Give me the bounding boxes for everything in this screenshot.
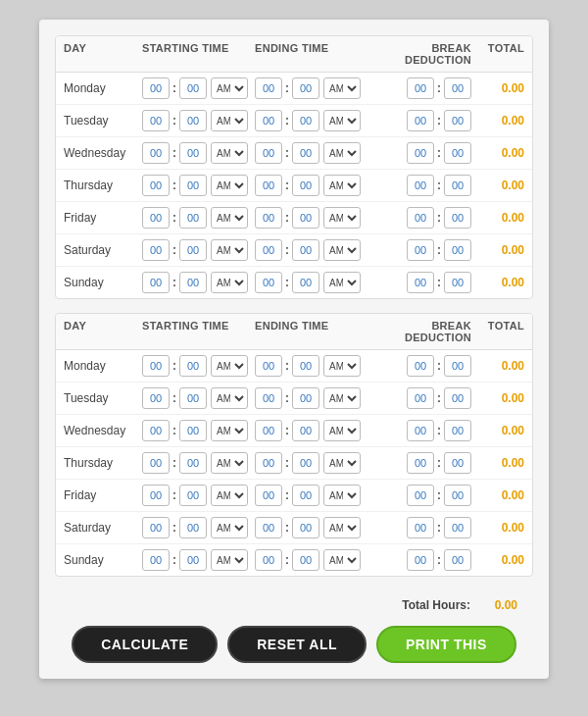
- end-min-input[interactable]: [292, 452, 319, 474]
- end-hour-input[interactable]: [255, 355, 282, 377]
- end-ampm-select[interactable]: AMPM: [323, 452, 361, 474]
- end-hour-input[interactable]: [255, 175, 282, 196]
- end-hour-input[interactable]: [255, 549, 282, 571]
- start-ampm-select[interactable]: AMPM: [211, 517, 248, 538]
- end-hour-input[interactable]: [255, 485, 282, 506]
- start-ampm-select[interactable]: AMPM: [211, 207, 248, 229]
- end-min-input[interactable]: [292, 110, 319, 131]
- end-min-input[interactable]: [292, 485, 319, 506]
- break-min-input[interactable]: [444, 110, 471, 131]
- end-ampm-select[interactable]: AMPM: [323, 272, 361, 293]
- end-ampm-select[interactable]: AMPM: [323, 175, 361, 196]
- start-ampm-select[interactable]: AMPM: [211, 420, 248, 441]
- end-min-input[interactable]: [292, 142, 319, 164]
- start-hour-input[interactable]: [142, 110, 170, 131]
- end-ampm-select[interactable]: AMPM: [323, 77, 361, 99]
- end-ampm-select[interactable]: AMPM: [323, 549, 361, 571]
- start-ampm-select[interactable]: AMPM: [211, 110, 248, 131]
- break-hour-input[interactable]: [407, 452, 434, 474]
- end-ampm-select[interactable]: AMPM: [323, 387, 361, 409]
- start-min-input[interactable]: [179, 207, 207, 229]
- start-ampm-select[interactable]: AMPM: [211, 77, 248, 99]
- print-button[interactable]: PRINT THIS: [376, 626, 516, 663]
- end-hour-input[interactable]: [255, 420, 282, 441]
- start-min-input[interactable]: [179, 272, 207, 293]
- start-hour-input[interactable]: [142, 355, 170, 377]
- start-hour-input[interactable]: [142, 272, 170, 293]
- end-ampm-select[interactable]: AMPM: [323, 110, 361, 131]
- break-min-input[interactable]: [444, 207, 471, 229]
- end-min-input[interactable]: [292, 77, 319, 99]
- start-hour-input[interactable]: [142, 142, 170, 164]
- start-min-input[interactable]: [179, 549, 207, 571]
- calculate-button[interactable]: CALCULATE: [72, 626, 218, 663]
- end-min-input[interactable]: [292, 175, 319, 196]
- break-hour-input[interactable]: [407, 207, 434, 229]
- start-hour-input[interactable]: [142, 549, 170, 571]
- start-min-input[interactable]: [179, 517, 207, 538]
- start-ampm-select[interactable]: AMPM: [211, 272, 248, 293]
- start-ampm-select[interactable]: AMPM: [211, 355, 248, 377]
- break-min-input[interactable]: [444, 175, 471, 196]
- end-ampm-select[interactable]: AMPM: [323, 239, 361, 261]
- start-ampm-select[interactable]: AMPM: [211, 452, 248, 474]
- start-ampm-select[interactable]: AMPM: [211, 239, 248, 261]
- break-min-input[interactable]: [444, 517, 471, 538]
- start-hour-input[interactable]: [142, 452, 170, 474]
- start-ampm-select[interactable]: AMPM: [211, 175, 248, 196]
- end-ampm-select[interactable]: AMPM: [323, 355, 361, 377]
- start-min-input[interactable]: [179, 110, 207, 131]
- break-hour-input[interactable]: [407, 77, 434, 99]
- end-hour-input[interactable]: [255, 142, 282, 164]
- break-hour-input[interactable]: [407, 517, 434, 538]
- break-min-input[interactable]: [444, 272, 471, 293]
- end-hour-input[interactable]: [255, 110, 282, 131]
- start-min-input[interactable]: [179, 77, 207, 99]
- end-min-input[interactable]: [292, 207, 319, 229]
- break-min-input[interactable]: [444, 420, 471, 441]
- break-min-input[interactable]: [444, 142, 471, 164]
- break-hour-input[interactable]: [407, 387, 434, 409]
- break-hour-input[interactable]: [407, 549, 434, 571]
- start-hour-input[interactable]: [142, 239, 170, 261]
- start-min-input[interactable]: [179, 452, 207, 474]
- break-min-input[interactable]: [444, 355, 471, 377]
- start-min-input[interactable]: [179, 485, 207, 506]
- break-hour-input[interactable]: [407, 485, 434, 506]
- end-hour-input[interactable]: [255, 517, 282, 538]
- start-hour-input[interactable]: [142, 77, 170, 99]
- break-hour-input[interactable]: [407, 175, 434, 196]
- end-min-input[interactable]: [292, 517, 319, 538]
- start-min-input[interactable]: [179, 142, 207, 164]
- start-hour-input[interactable]: [142, 485, 170, 506]
- start-hour-input[interactable]: [142, 517, 170, 538]
- end-hour-input[interactable]: [255, 77, 282, 99]
- end-hour-input[interactable]: [255, 239, 282, 261]
- break-hour-input[interactable]: [407, 142, 434, 164]
- end-hour-input[interactable]: [255, 207, 282, 229]
- end-min-input[interactable]: [292, 387, 319, 409]
- end-ampm-select[interactable]: AMPM: [323, 517, 361, 538]
- end-ampm-select[interactable]: AMPM: [323, 142, 361, 164]
- start-ampm-select[interactable]: AMPM: [211, 142, 248, 164]
- start-hour-input[interactable]: [142, 207, 170, 229]
- start-min-input[interactable]: [179, 355, 207, 377]
- break-min-input[interactable]: [444, 485, 471, 506]
- end-hour-input[interactable]: [255, 387, 282, 409]
- start-min-input[interactable]: [179, 420, 207, 441]
- break-min-input[interactable]: [444, 549, 471, 571]
- end-ampm-select[interactable]: AMPM: [323, 485, 361, 506]
- start-ampm-select[interactable]: AMPM: [211, 549, 248, 571]
- start-ampm-select[interactable]: AMPM: [211, 485, 248, 506]
- break-min-input[interactable]: [444, 452, 471, 474]
- start-hour-input[interactable]: [142, 387, 170, 409]
- reset-button[interactable]: RESET ALL: [227, 626, 367, 663]
- start-min-input[interactable]: [179, 387, 207, 409]
- break-hour-input[interactable]: [407, 420, 434, 441]
- break-min-input[interactable]: [444, 239, 471, 261]
- end-min-input[interactable]: [292, 272, 319, 293]
- break-hour-input[interactable]: [407, 272, 434, 293]
- start-min-input[interactable]: [179, 239, 207, 261]
- end-min-input[interactable]: [292, 549, 319, 571]
- break-hour-input[interactable]: [407, 110, 434, 131]
